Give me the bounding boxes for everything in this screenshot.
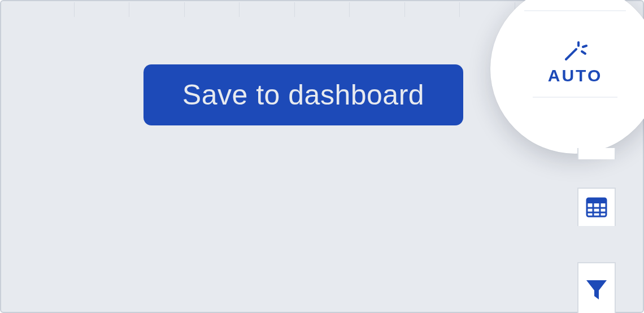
filter-visualization-button[interactable] [577, 262, 616, 313]
funnel-icon [585, 278, 608, 302]
magic-wand-icon [563, 40, 588, 62]
auto-label: AUTO [548, 66, 602, 85]
table-visualization-button[interactable] [577, 188, 616, 226]
divider [533, 97, 617, 98]
svg-line-0 [566, 49, 576, 59]
svg-marker-10 [586, 280, 607, 299]
svg-line-2 [583, 46, 586, 47]
auto-visualization-button[interactable]: AUTO [490, 0, 644, 154]
save-to-dashboard-button[interactable]: Save to dashboard [143, 64, 463, 125]
table-icon [585, 196, 608, 219]
viz-rail-segment [577, 148, 616, 159]
editor-panel: Save to dashboard AUTO [0, 0, 644, 313]
divider [524, 10, 626, 11]
svg-rect-5 [587, 198, 606, 203]
svg-line-3 [582, 51, 585, 54]
